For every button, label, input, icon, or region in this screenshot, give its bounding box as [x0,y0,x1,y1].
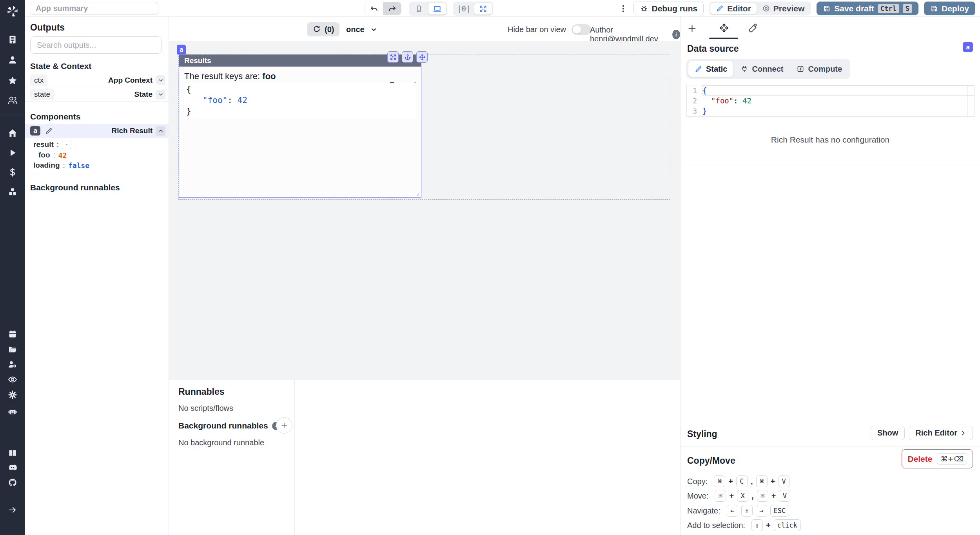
favorites-star-icon[interactable] [7,76,18,86]
undo-redo-group [365,2,401,15]
center-content-button[interactable]: |0| [454,3,474,14]
shortcut-row-navigate: Navigate: ← ↑ → ESC [687,504,789,517]
background-runnables-header: Background runnables i [178,421,280,430]
preview-eye-icon [762,4,770,13]
chevron-up-icon[interactable] [156,126,165,136]
ai-robot-icon[interactable] [8,407,18,416]
workers-user-cog-icon[interactable] [8,360,17,369]
home-icon[interactable] [7,128,18,138]
runs-play-icon[interactable] [7,148,18,158]
hide-bar-control: Hide bar on view [508,24,591,35]
refresh-button[interactable]: (0) [307,22,339,36]
insert-component-tab[interactable] [686,22,698,34]
loading-value: false [68,161,89,170]
editor-tab[interactable]: Editor [710,3,757,14]
line-number: 1 [687,87,702,95]
foo-key-label: foo [38,151,50,159]
code-line-3[interactable]: 3 } [687,106,974,116]
chevron-down-icon[interactable] [156,90,165,99]
variables-dollar-icon[interactable] [7,167,18,177]
output-row-ctx[interactable]: ctx App Context [25,73,169,87]
resources-boxes-icon[interactable] [7,187,18,197]
preview-tab[interactable]: Preview [757,3,810,14]
rename-pencil-icon[interactable] [45,127,53,135]
code-token: } [702,107,707,115]
save-draft-button[interactable]: Save draft Ctrl S [817,2,918,15]
result-key-label: result [33,140,54,149]
plus-icon [687,23,697,34]
sidebar-divider [0,496,25,496]
outputs-title: Outputs [30,22,65,33]
static-label: Static [706,65,727,74]
component-badge[interactable]: a [177,45,186,54]
compute-tab[interactable]: Compute [790,61,848,77]
connect-label: Connect [752,65,783,74]
folders-icon[interactable] [8,345,17,354]
state-key-chip: state [30,89,54,100]
mobile-view-button[interactable] [410,3,428,14]
add-background-runnable-button[interactable] [276,417,292,434]
card-header[interactable]: Results [179,55,421,67]
hide-bar-label: Hide bar on view [508,25,566,34]
resize-handle[interactable] [413,190,419,196]
full-width-button[interactable] [474,3,492,14]
rich-editor-button[interactable]: Rich Editor [909,426,973,440]
static-json-editor[interactable]: 1 { 2 "foo": 42 3 } [686,85,975,117]
editor-label: Editor [727,4,751,13]
deploy-button[interactable]: Deploy [924,2,975,15]
code-line-1[interactable]: 1 { [687,85,974,96]
connect-tab[interactable]: Connect [734,61,789,77]
app-sidebar [0,0,25,535]
audit-eye-icon[interactable] [8,375,17,384]
schedules-calendar-icon[interactable] [8,329,17,339]
colon: : [53,151,55,159]
code-token: 42 [742,96,751,105]
expand-component-button[interactable] [387,51,399,63]
anchor-component-button[interactable] [402,51,413,63]
device-toggle-group [409,2,447,16]
more-menu-kebab-icon[interactable] [619,4,628,13]
sidebar-divider [0,22,25,22]
s-key-chip: S [903,4,912,13]
windmill-logo-icon[interactable] [6,5,19,18]
app-summary-input[interactable] [30,2,158,15]
output-row-state[interactable]: state State [25,87,169,102]
global-styling-tab[interactable] [747,22,759,34]
docs-book-icon[interactable] [8,448,17,458]
user-icon[interactable] [7,55,18,65]
collapse-arrow-right-icon[interactable] [8,505,17,515]
collapse-minus-button[interactable]: - [62,140,71,149]
workspace-building-icon[interactable] [7,34,18,45]
outputs-panel: Outputs State & Context ctx App Context … [25,17,169,535]
info-icon[interactable]: i [672,30,680,39]
settings-gear-icon[interactable] [8,390,17,399]
code-line-2[interactable]: 2 "foo": 42 [687,96,974,106]
move-component-button[interactable] [416,51,428,63]
component-settings-tab[interactable] [718,22,730,34]
rich-result-card[interactable]: Results The result keys are: foo Expand … [179,54,421,198]
divider [681,166,980,166]
groups-users-icon[interactable] [7,95,18,105]
delete-component-button[interactable]: Delete ⌘+⌫ [902,449,973,468]
static-tab[interactable]: Static [688,61,733,77]
search-outputs-input[interactable] [30,36,162,54]
top-toolbar: |0| Debug runs Editor Preview Save draft [25,0,980,17]
divider [25,173,169,173]
copy-label: Copy: [687,477,708,486]
redo-button[interactable] [383,2,401,15]
show-styling-button[interactable]: Show [871,426,905,440]
component-row-a[interactable]: a Rich Result [25,124,169,138]
debug-runs-button[interactable]: Debug runs [633,2,704,15]
ctrl-key-chip: Ctrl [878,4,899,13]
desktop-view-button[interactable] [428,3,446,14]
chevron-down-icon[interactable] [156,75,165,85]
hide-bar-toggle[interactable] [572,24,591,35]
undo-button[interactable] [365,2,383,15]
recompute-mode-dropdown[interactable]: once [346,22,377,36]
app-canvas[interactable]: a Results The result keys are: foo Expan… [169,41,680,379]
github-icon[interactable] [8,478,17,487]
center-align-icon: |0| [457,4,470,13]
state-type-label: State [134,90,152,99]
discord-icon[interactable] [8,463,17,472]
divider [681,122,980,122]
